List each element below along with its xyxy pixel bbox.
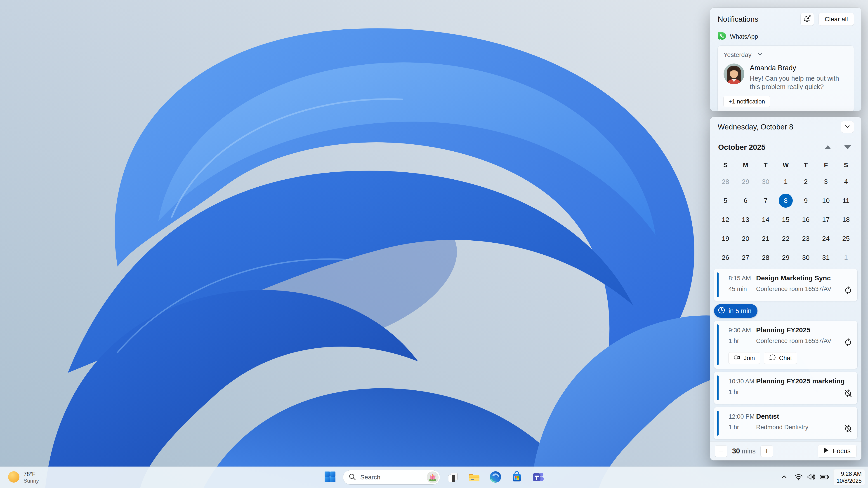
microsoft-store-button[interactable] <box>507 468 526 487</box>
calendar-day[interactable]: 3 <box>816 172 836 191</box>
notification-card[interactable]: Yesterday <box>718 46 854 111</box>
event-location: Redmond Dentistry <box>756 424 841 431</box>
event-location: Conference room 16537/AV <box>756 337 841 345</box>
calendar-day[interactable]: 29 <box>736 172 756 191</box>
notifications-header: Notifications Clear all <box>718 13 854 26</box>
recurrence-icon <box>843 286 853 296</box>
calendar-next-month-icon[interactable] <box>844 145 851 149</box>
calendar-prev-month-icon[interactable] <box>825 145 831 149</box>
calendar-day[interactable]: 24 <box>816 229 836 248</box>
start-button[interactable] <box>320 468 340 487</box>
file-explorer-button[interactable] <box>465 468 484 487</box>
task-view-icon <box>447 470 459 484</box>
whatsapp-icon <box>718 32 726 41</box>
chevron-up-icon <box>780 473 788 482</box>
calendar-day[interactable]: 10 <box>816 191 836 210</box>
decrease-duration-button[interactable]: − <box>715 446 727 457</box>
increase-duration-button[interactable]: + <box>761 446 773 457</box>
tray-time: 9:28 AM <box>837 470 862 477</box>
calendar-day[interactable]: 12 <box>715 210 736 229</box>
network-volume-battery-button[interactable] <box>792 470 832 485</box>
event-card[interactable]: 9:30 AM Planning FY2025 1 hr Conference … <box>714 321 857 369</box>
calendar-day[interactable]: 20 <box>736 229 756 248</box>
calendar-day[interactable]: 9 <box>796 191 816 210</box>
calendar-day[interactable]: 29 <box>776 248 796 267</box>
calendar-day[interactable]: 17 <box>816 210 836 229</box>
calendar-day[interactable]: 2 <box>796 172 816 191</box>
notification-sender: Amanda Brady <box>750 64 848 72</box>
bell-snooze-icon <box>803 14 812 24</box>
calendar-day[interactable]: 7 <box>756 191 776 210</box>
calendar-day[interactable]: 6 <box>736 191 756 210</box>
notifications-panel: Notifications Clear all <box>710 8 862 111</box>
search-icon <box>348 473 356 482</box>
sun-icon <box>8 471 20 484</box>
focus-button[interactable]: Focus <box>818 445 857 457</box>
calendar-date-header: Wednesday, October 8 <box>718 123 793 131</box>
calendar-day[interactable]: 14 <box>756 210 776 229</box>
more-notifications-button[interactable]: +1 notification <box>723 96 770 107</box>
event-duration: 1 hr <box>728 337 756 345</box>
calendar-day[interactable]: 13 <box>736 210 756 229</box>
chat-button[interactable]: Chat <box>764 352 797 364</box>
notification-app-group[interactable]: WhatsApp <box>718 32 854 41</box>
clock-icon <box>717 306 725 316</box>
calendar-day[interactable]: 28 <box>756 248 776 267</box>
calendar-day[interactable]: 5 <box>715 191 736 210</box>
avatar <box>723 64 744 84</box>
event-card[interactable]: 10:30 AM Planning FY2025 marketing 1 hr <box>714 372 857 404</box>
chevron-down-icon[interactable] <box>756 51 763 59</box>
calendar-day[interactable]: 21 <box>756 229 776 248</box>
windows-start-icon <box>324 470 336 484</box>
event-location: Conference room 16537/AV <box>756 286 841 293</box>
clock-tray-button[interactable]: 9:28 AM 10/8/2025 <box>833 469 865 486</box>
calendar-day[interactable]: 1 <box>776 172 796 191</box>
calendar-day[interactable]: 4 <box>836 172 856 191</box>
calendar-day[interactable]: 30 <box>796 248 816 267</box>
search-box[interactable]: Search <box>343 470 440 484</box>
calendar-day[interactable]: 15 <box>776 210 796 229</box>
notification-message: Hey! Can you help me out with this probl… <box>750 74 848 91</box>
calendar-panel: Wednesday, October 8 October 2025 S M T … <box>710 117 862 460</box>
collapse-calendar-button[interactable] <box>841 121 854 133</box>
calendar-day[interactable]: 1 <box>836 248 856 267</box>
event-card[interactable]: 8:15 AM Design Marketing Sync 45 min Con… <box>714 269 857 301</box>
calendar-day-header: M <box>736 158 756 172</box>
notification-group-label: Yesterday <box>723 51 752 59</box>
clear-all-button[interactable]: Clear all <box>819 13 854 26</box>
event-title: Design Marketing Sync <box>756 274 853 282</box>
event-duration: 1 hr <box>728 424 756 431</box>
weather-condition: Sunny <box>24 477 39 484</box>
join-meeting-button[interactable]: Join <box>728 352 760 364</box>
chat-label: Chat <box>779 355 792 362</box>
minus-icon: − <box>719 447 723 455</box>
search-highlight-button[interactable] <box>427 471 438 483</box>
calendar-day[interactable]: 16 <box>796 210 816 229</box>
calendar-day[interactable]: 22 <box>776 229 796 248</box>
clear-all-label: Clear all <box>825 15 848 23</box>
tray-overflow-button[interactable] <box>778 470 790 485</box>
focus-label: Focus <box>833 447 850 455</box>
calendar-day[interactable]: 27 <box>736 248 756 267</box>
calendar-day[interactable]: 25 <box>836 229 856 248</box>
teams-button[interactable] <box>528 468 548 487</box>
calendar-day[interactable]: 28 <box>715 172 736 191</box>
reminder-badge[interactable]: in 5 min <box>714 304 757 318</box>
calendar-day[interactable]: 23 <box>796 229 816 248</box>
calendar-day[interactable]: 18 <box>836 210 856 229</box>
video-camera-icon <box>734 354 741 363</box>
calendar-day[interactable]: 11 <box>836 191 856 210</box>
calendar-month-row: October 2025 <box>710 137 862 157</box>
calendar-day[interactable]: 26 <box>715 248 736 267</box>
calendar-day[interactable]: 30 <box>756 172 776 191</box>
task-view-button[interactable] <box>443 468 463 487</box>
calendar-day-selected[interactable]: 8 <box>776 191 796 210</box>
weather-widget[interactable]: 78°F Sunny <box>8 467 39 488</box>
do-not-disturb-button[interactable] <box>801 13 814 26</box>
calendar-day-header: F <box>816 158 836 172</box>
calendar-day[interactable]: 31 <box>816 248 836 267</box>
event-card[interactable]: 12:00 PM Dentist 1 hr Redmond Dentistry <box>714 407 857 439</box>
event-title: Planning FY2025 <box>756 326 853 334</box>
calendar-day[interactable]: 19 <box>715 229 736 248</box>
edge-browser-button[interactable] <box>486 468 505 487</box>
